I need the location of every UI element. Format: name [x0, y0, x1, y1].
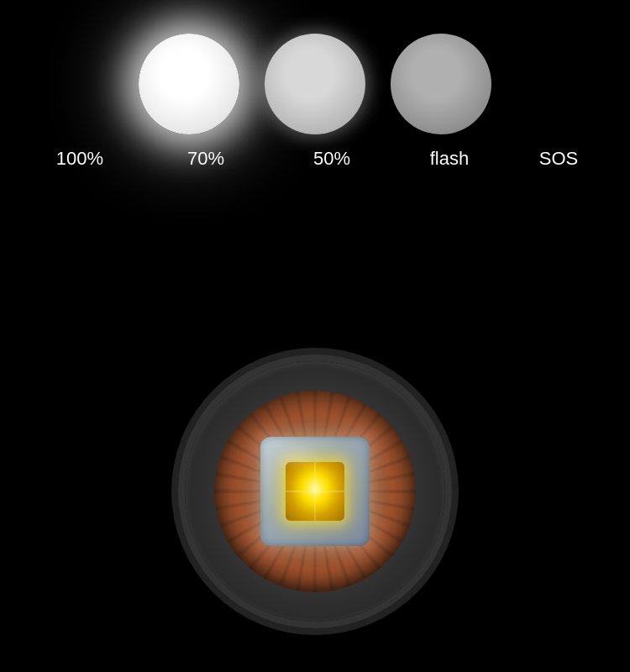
modes-section: 100% 70% 50% flash SOS	[0, 17, 630, 170]
label-flash: flash	[407, 148, 491, 170]
lens-outer-ring	[185, 361, 445, 622]
label-sos: SOS	[517, 148, 601, 170]
mode-100-item	[139, 34, 239, 134]
label-100: 100%	[29, 148, 130, 170]
brightness-circle-100	[139, 34, 239, 134]
page: 100% 70% 50% flash SOS	[0, 0, 630, 672]
lens-highlight	[273, 445, 323, 470]
lens-section	[185, 361, 445, 622]
lens-copper-ring	[214, 391, 416, 592]
mode-70-item	[265, 34, 365, 134]
brightness-circle-70	[265, 34, 365, 134]
brightness-circle-50	[391, 34, 491, 134]
lens-inner-glass	[260, 437, 370, 546]
circles-row	[139, 17, 491, 134]
labels-row: 100% 70% 50% flash SOS	[29, 148, 601, 170]
label-50: 50%	[281, 148, 382, 170]
label-70: 70%	[155, 148, 256, 170]
led-emitter	[286, 462, 344, 521]
mode-50-item	[391, 34, 491, 134]
